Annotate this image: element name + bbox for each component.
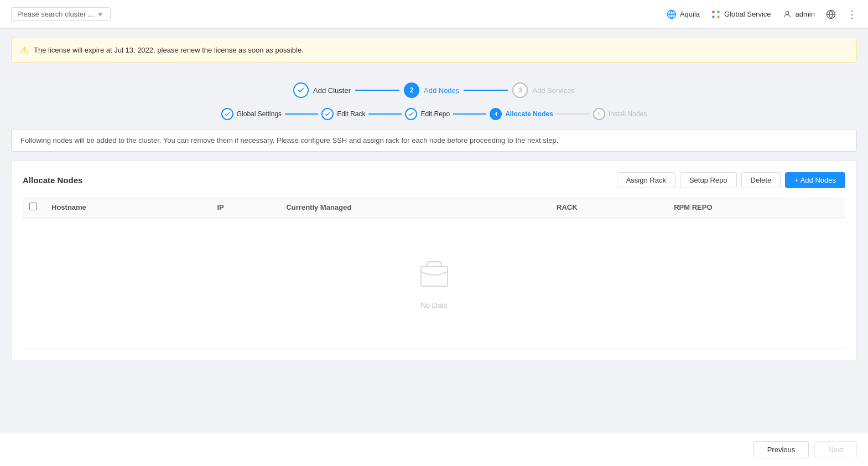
step-1-label: Add Cluster	[313, 86, 351, 95]
more-options-icon[interactable]: ⋮	[847, 8, 857, 20]
rack-header: RACK	[550, 197, 667, 218]
step-2-circle: 2	[404, 82, 419, 98]
header-left: Please search cluster ... ▼	[11, 7, 111, 21]
sub-5-label: Install Nodes	[609, 110, 647, 118]
sub-5-number: 5	[597, 111, 601, 117]
step-add-services: 3 Add Services	[512, 82, 575, 98]
banner-message: The license will expire at Jul 13, 2022,…	[34, 46, 304, 54]
add-nodes-button[interactable]: + Add Nodes	[785, 172, 845, 188]
previous-button[interactable]: Previous	[753, 441, 809, 458]
table-actions: Assign Rack Setup Repo Delete + Add Node…	[617, 172, 845, 188]
global-service-icon	[711, 9, 721, 19]
table-header: Allocate Nodes Assign Rack Setup Repo De…	[23, 172, 845, 188]
global-service-label: Global Service	[724, 10, 771, 18]
step-connector-2-active	[464, 90, 508, 91]
user-icon	[782, 9, 792, 19]
svg-point-2	[712, 11, 715, 13]
hostname-header: Hostname	[45, 197, 210, 218]
main-content: Add Cluster 2 Add Nodes 3 Add Services G…	[0, 71, 868, 371]
sub-connector-4	[557, 113, 590, 115]
global-service-menu[interactable]: Global Service	[711, 9, 771, 19]
chevron-down-icon: ▼	[97, 11, 103, 18]
select-all-cell	[23, 197, 45, 218]
table-head: Hostname IP Currently Managed RACK RPM R…	[23, 197, 845, 218]
aquila-label: Aquila	[680, 10, 700, 18]
no-data-text: No Data	[421, 301, 448, 309]
sub-1-label: Global Settings	[237, 110, 282, 118]
svg-point-6	[786, 11, 788, 14]
cluster-search-text: Please search cluster ...	[17, 10, 94, 18]
aquila-menu[interactable]: Aquila	[667, 9, 700, 19]
step-2-number: 2	[410, 86, 414, 94]
sub-3-label: Edit Repo	[420, 110, 450, 118]
sub-connector-3	[453, 113, 486, 115]
step-add-cluster: Add Cluster	[293, 82, 351, 98]
step-add-nodes: 2 Add Nodes	[404, 82, 459, 98]
info-bar-message: Following nodes will be added to the clu…	[20, 136, 558, 144]
sub-connector-1	[285, 113, 318, 115]
step-2-label: Add Nodes	[424, 86, 459, 95]
select-all-checkbox[interactable]	[29, 203, 37, 210]
admin-label: admin	[796, 10, 815, 18]
sub-4-label: Allocate Nodes	[505, 110, 553, 118]
page-footer: Previous Next	[0, 433, 868, 466]
no-data-container: No Data	[29, 224, 839, 343]
sub-connector-2	[368, 113, 402, 115]
svg-rect-9	[421, 266, 448, 286]
step-1-circle	[293, 82, 309, 98]
step-connector-1	[355, 90, 399, 91]
sub-step-allocate-nodes: 4 Allocate Nodes	[490, 108, 553, 120]
sub-5-circle: 5	[593, 108, 605, 120]
table-body: No Data	[23, 218, 845, 349]
header-right: Aquila Global Service admin ⋮	[667, 8, 857, 20]
language-icon[interactable]	[826, 9, 836, 19]
delete-button[interactable]: Delete	[741, 172, 781, 188]
sub-1-circle	[221, 108, 233, 120]
allocate-nodes-section: Allocate Nodes Assign Rack Setup Repo De…	[11, 160, 857, 360]
step-3-circle: 3	[512, 82, 528, 98]
sub-2-label: Edit Rack	[337, 110, 365, 118]
sub-step-global-settings: Global Settings	[221, 108, 282, 120]
sub-step-edit-rack: Edit Rack	[321, 108, 365, 120]
sub-2-circle	[321, 108, 334, 120]
svg-point-5	[717, 15, 720, 18]
table-title: Allocate Nodes	[23, 175, 82, 185]
warning-icon: ⚠	[20, 45, 28, 55]
cluster-search-dropdown[interactable]: Please search cluster ... ▼	[11, 7, 111, 21]
svg-point-3	[717, 11, 720, 13]
main-steps: Add Cluster 2 Add Nodes 3 Add Services	[11, 71, 857, 103]
globe-icon	[667, 9, 677, 19]
step-3-label: Add Services	[532, 86, 575, 95]
globe-lang-icon	[826, 9, 836, 19]
sub-4-circle: 4	[490, 108, 502, 120]
svg-point-4	[712, 15, 715, 18]
step-3-number: 3	[518, 86, 522, 94]
sub-step-install-nodes: 5 Install Nodes	[593, 108, 647, 120]
next-button: Next	[814, 441, 857, 458]
setup-repo-button[interactable]: Setup Repo	[680, 172, 737, 188]
rpm-repo-header: RPM REPO	[667, 197, 845, 218]
sub-step-edit-repo: Edit Repo	[405, 108, 450, 120]
ip-header: IP	[210, 197, 279, 218]
no-data-cell: No Data	[23, 218, 845, 349]
empty-data-row: No Data	[23, 218, 845, 349]
assign-rack-button[interactable]: Assign Rack	[617, 172, 675, 188]
info-bar: Following nodes will be added to the clu…	[11, 129, 857, 152]
currently-managed-header: Currently Managed	[279, 197, 550, 218]
sub-3-circle	[405, 108, 417, 120]
license-banner: ⚠ The license will expire at Jul 13, 202…	[11, 38, 857, 63]
table-header-row: Hostname IP Currently Managed RACK RPM R…	[23, 197, 845, 218]
no-data-icon	[417, 257, 452, 294]
app-header: Please search cluster ... ▼ Aquila Globa…	[0, 0, 868, 29]
admin-menu[interactable]: admin	[782, 9, 815, 19]
nodes-table: Hostname IP Currently Managed RACK RPM R…	[23, 197, 845, 349]
sub-steps: Global Settings Edit Rack Edit Repo 4 Al…	[11, 103, 857, 129]
sub-4-number: 4	[494, 111, 497, 117]
